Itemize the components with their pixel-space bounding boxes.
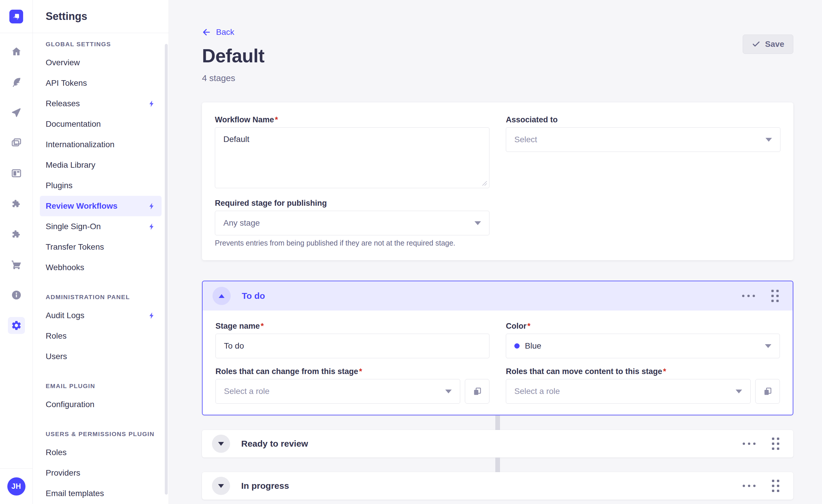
sidebar-scrollbar[interactable] [165, 44, 168, 495]
section-global-settings: GLOBAL SETTINGS Overview API Tokens Rele… [40, 41, 161, 278]
resize-handle-icon[interactable] [482, 181, 487, 186]
duplicate-roles-button[interactable] [755, 379, 780, 404]
more-options-button[interactable] [743, 482, 756, 490]
roles-change-field: Roles that can change from this stage* S… [216, 367, 489, 404]
save-button[interactable]: Save [743, 35, 793, 54]
sidebar-item-audit-logs[interactable]: Audit Logs [40, 305, 161, 326]
sidebar-item-single-sign-on[interactable]: Single Sign-On [40, 216, 161, 237]
sidebar-item-email-templates[interactable]: Email templates [40, 483, 161, 504]
more-options-button[interactable] [743, 440, 756, 448]
sidebar-item-users[interactable]: Users [40, 346, 161, 367]
stage-accordion-header[interactable]: In progress [202, 472, 793, 500]
chevron-down-icon [736, 390, 742, 393]
sidebar-item-transfer-tokens[interactable]: Transfer Tokens [40, 237, 161, 257]
sidebar-item-overview[interactable]: Overview [40, 52, 161, 73]
sidebar-item-documentation[interactable]: Documentation [40, 114, 161, 134]
required-stage-select[interactable]: Any stage [215, 211, 489, 235]
arrow-left-icon [202, 27, 212, 37]
rail-logo-cell [0, 0, 32, 33]
expand-toggle-button[interactable] [212, 435, 230, 453]
duplicate-roles-button[interactable] [465, 379, 489, 404]
chevron-down-icon [218, 484, 224, 488]
drag-handle[interactable] [772, 438, 779, 450]
stage-title: Ready to review [241, 439, 308, 449]
sidebar-item-email-configuration[interactable]: Configuration [40, 394, 161, 415]
stage-card-in-progress: In progress [202, 472, 793, 500]
copy-icon [763, 387, 773, 396]
sidebar-item-api-tokens[interactable]: API Tokens [40, 73, 161, 93]
rail-user-cell: JH [0, 468, 32, 504]
page-title: Default [202, 45, 793, 67]
required-mark: * [359, 367, 362, 376]
expand-toggle-button[interactable] [212, 477, 230, 495]
chevron-up-icon [219, 294, 225, 298]
more-options-button[interactable] [742, 292, 755, 300]
workflow-name-textarea[interactable]: Default [215, 127, 489, 188]
sidebar-item-admin-roles[interactable]: Roles [40, 326, 161, 346]
content-writer-feather-icon[interactable] [8, 73, 25, 90]
purchases-cart-icon[interactable] [8, 256, 25, 273]
plugins-puzzle-icon[interactable] [8, 195, 25, 212]
workflow-name-field: Workflow Name* Default [215, 115, 489, 188]
chevron-down-icon [445, 390, 452, 393]
stage-card-ready-to-review: Ready to review [202, 430, 793, 457]
marketplace-puzzle-icon[interactable] [8, 226, 25, 242]
roles-move-select[interactable]: Select a role [506, 379, 751, 404]
information-icon[interactable] [8, 287, 25, 304]
stage-title: In progress [241, 481, 289, 491]
lightning-bolt-icon [148, 223, 156, 230]
sidebar-item-review-workflows[interactable]: Review Workflows [40, 196, 161, 216]
sidebar-item-plugins[interactable]: Plugins [40, 175, 161, 196]
stages-list: To do Stage name* To do Color* [202, 281, 793, 500]
main-nav-rail: JH [0, 0, 33, 504]
color-select[interactable]: Blue [506, 334, 780, 358]
color-label: Color* [506, 322, 780, 331]
media-library-icon[interactable] [8, 134, 25, 151]
sidebar-item-releases[interactable]: Releases [40, 93, 161, 114]
releases-plane-icon[interactable] [8, 104, 25, 121]
sidebar-item-media-library[interactable]: Media Library [40, 155, 161, 175]
settings-sidebar: Settings GLOBAL SETTINGS Overview API To… [33, 0, 169, 504]
sidebar-item-providers[interactable]: Providers [40, 463, 161, 483]
main-content: Back Default 4 stages Save Workflow Name… [169, 0, 822, 504]
stage-accordion-header[interactable]: To do [202, 281, 793, 311]
color-swatch-blue [514, 343, 520, 349]
required-mark: * [261, 322, 264, 331]
settings-gear-icon[interactable] [8, 317, 25, 334]
lightning-bolt-icon [148, 100, 156, 108]
stage-title: To do [242, 291, 265, 301]
section-label: GLOBAL SETTINGS [46, 41, 156, 48]
required-mark: * [527, 322, 531, 331]
content-manager-layout-icon[interactable] [8, 165, 25, 182]
associated-to-select[interactable]: Select [506, 127, 780, 152]
required-stage-field: Required stage for publishing Any stage … [215, 199, 489, 247]
sidebar-item-webhooks[interactable]: Webhooks [40, 257, 161, 278]
page-header: Back Default 4 stages Save [202, 0, 793, 83]
lightning-bolt-icon [148, 312, 156, 320]
strapi-logo-icon[interactable] [9, 10, 23, 23]
required-stage-hint: Prevents entries from being published if… [215, 239, 489, 247]
stage-accordion-header[interactable]: Ready to review [202, 430, 793, 457]
roles-move-field: Roles that can move content to this stag… [506, 367, 780, 404]
stage-name-input[interactable]: To do [216, 334, 489, 358]
workflow-name-label: Workflow Name* [215, 115, 489, 124]
required-mark: * [663, 367, 666, 376]
chevron-down-icon [218, 442, 224, 446]
sidebar-item-internationalization[interactable]: Internationalization [40, 134, 161, 155]
roles-change-select[interactable]: Select a role [216, 379, 460, 404]
back-link[interactable]: Back [202, 27, 234, 37]
drag-handle[interactable] [772, 480, 779, 492]
associated-to-field: Associated to Select [506, 115, 780, 188]
roles-move-label: Roles that can move content to this stag… [506, 367, 780, 376]
drag-handle[interactable] [771, 290, 779, 302]
avatar[interactable]: JH [7, 477, 25, 496]
home-icon[interactable] [8, 43, 25, 60]
lightning-bolt-icon [148, 202, 156, 210]
sidebar-item-up-roles[interactable]: Roles [40, 442, 161, 463]
stage-connector [495, 415, 500, 430]
app-root: JH Settings GLOBAL SETTINGS Overview API… [0, 0, 822, 504]
section-email-plugin: EMAIL PLUGIN Configuration [40, 383, 161, 415]
collapse-toggle-button[interactable] [213, 287, 231, 305]
required-mark: * [275, 115, 278, 124]
copy-icon [472, 387, 482, 396]
